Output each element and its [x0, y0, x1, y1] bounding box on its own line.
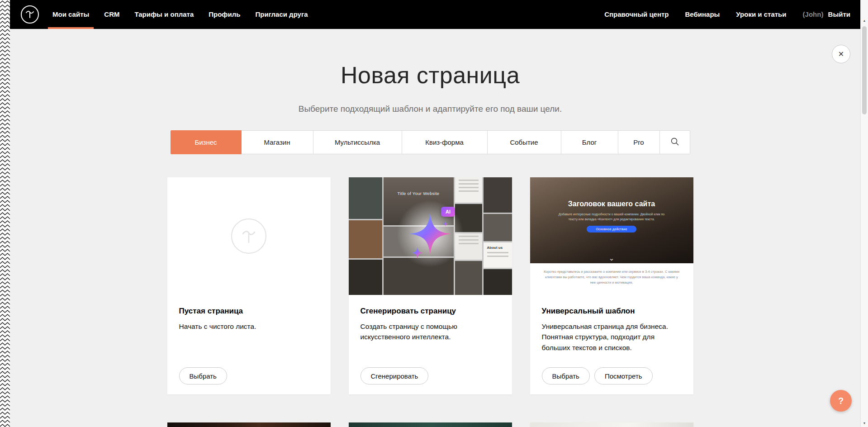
preview-body-section: Коротко представьтесь и расскажите о ком…	[530, 263, 693, 295]
logout-label: Выйти	[828, 10, 850, 18]
question-icon: ?	[838, 396, 844, 406]
collage-tile	[484, 214, 512, 241]
tab-pro[interactable]: Pro	[618, 130, 660, 154]
template-cards-row-2	[0, 422, 860, 427]
preview-hero: Заголовок вашего сайта Добавьте интересн…	[530, 177, 693, 263]
scrollbar-thumb[interactable]	[862, 26, 867, 114]
collage-tile	[484, 177, 512, 213]
tab-business[interactable]: Бизнес	[171, 130, 242, 154]
nav-item-tariffs[interactable]: Тарифы и оплата	[134, 0, 194, 29]
chevron-down-icon: ⌄	[530, 254, 693, 262]
about-us-label: About us	[487, 246, 512, 250]
scroll-up-arrow[interactable]: ▲	[861, 19, 868, 22]
card-description: Начать с чистого листа.	[179, 321, 319, 332]
select-button[interactable]: Выбрать	[179, 367, 227, 384]
card-info: Универсальный шаблон Универсальная стран…	[530, 295, 693, 394]
ai-badge: AI	[441, 207, 455, 217]
zigzag-edge-decoration	[0, 0, 10, 427]
help-button[interactable]: ?	[830, 390, 852, 412]
template-category-tabs: Бизнес Магазин Мультиссылка Квиз-форма С…	[0, 130, 860, 154]
card-actions: Выбрать Посмотреть	[542, 367, 682, 384]
generate-button[interactable]: Сгенерировать	[360, 367, 429, 384]
template-card-partial[interactable]	[167, 422, 331, 427]
navbar-right-group: Справочный центр Вебинары Уроки и статьи…	[588, 0, 850, 29]
page-subtitle: Выберите подходящий шаблон и адаптируйте…	[0, 104, 860, 114]
template-card-partial[interactable]	[349, 422, 512, 427]
preview-hero-title: Заголовок вашего сайта	[530, 177, 693, 208]
template-card-blank: Пустая страница Начать с чистого листа. …	[167, 177, 331, 394]
close-button[interactable]: ✕	[832, 45, 850, 63]
preview-body-text: Коротко представьтесь и расскажите о ком…	[544, 269, 679, 285]
template-card-partial[interactable]	[530, 422, 693, 427]
ai-collage-preview: Title of Your Website About us	[349, 177, 512, 295]
nav-user-logout[interactable]: (John) Выйти	[803, 0, 850, 29]
page-title: Новая страница	[0, 29, 860, 89]
search-icon	[670, 137, 679, 147]
collage-tile	[349, 177, 382, 219]
template-cards-row: Пустая страница Начать с чистого листа. …	[0, 177, 860, 394]
scroll-down-arrow[interactable]: ▼	[861, 422, 868, 425]
close-icon: ✕	[838, 50, 844, 58]
template-card-ai-generate: Title of Your Website About us	[349, 177, 512, 394]
tilda-t-icon	[25, 9, 35, 20]
card-info: Пустая страница Начать с чистого листа. …	[167, 295, 331, 394]
blank-preview	[167, 177, 331, 295]
nav-item-profile[interactable]: Профиль	[209, 0, 240, 29]
card-info: Сгенерировать страницу Создать страницу …	[349, 295, 512, 394]
collage-tile	[349, 260, 382, 295]
user-name: (John)	[803, 10, 824, 18]
card-title: Пустая страница	[179, 307, 319, 316]
tab-multilink[interactable]: Мультиссылка	[313, 130, 402, 154]
tilda-watermark-icon	[231, 218, 266, 254]
collage-tile	[484, 269, 512, 295]
universal-template-preview: Заголовок вашего сайта Добавьте интересн…	[530, 177, 693, 295]
tilda-logo[interactable]	[21, 5, 39, 24]
select-button[interactable]: Выбрать	[542, 367, 590, 384]
tab-search[interactable]	[659, 130, 690, 154]
card-actions: Выбрать	[179, 367, 319, 384]
nav-item-crm[interactable]: CRM	[104, 0, 119, 29]
tab-event[interactable]: Событие	[487, 130, 561, 154]
new-page-dialog: ✕ Новая страница Выберите подходящий шаб…	[0, 29, 860, 427]
preview-cta-button: Основное действие	[587, 226, 636, 232]
card-description: Универсальная страница для бизнеса. Поня…	[542, 321, 682, 353]
nav-item-invite-friend[interactable]: Пригласи друга	[255, 0, 308, 29]
tab-shop[interactable]: Магазин	[241, 130, 313, 154]
preview-button[interactable]: Посмотреть	[594, 367, 653, 384]
collage-tile-about: About us	[484, 242, 512, 268]
card-title: Универсальный шаблон	[542, 307, 682, 316]
tab-quiz-form[interactable]: Квиз-форма	[402, 130, 488, 154]
scrollbar[interactable]: ▲ ▼	[860, 0, 868, 427]
nav-item-help-center[interactable]: Справочный центр	[604, 0, 669, 29]
card-description: Создать страницу с помощью искусственног…	[360, 321, 500, 342]
nav-item-my-sites[interactable]: Мои сайты	[52, 0, 89, 29]
tab-blog[interactable]: Блог	[561, 130, 618, 154]
template-card-universal: Заголовок вашего сайта Добавьте интересн…	[530, 177, 693, 394]
card-actions: Сгенерировать	[360, 367, 500, 384]
nav-item-webinars[interactable]: Вебинары	[685, 0, 720, 29]
preview-hero-text: Добавьте интересные подробности о вашей …	[558, 212, 665, 222]
nav-item-lessons[interactable]: Уроки и статьи	[736, 0, 786, 29]
top-navbar: Мои сайты CRM Тарифы и оплата Профиль Пр…	[0, 0, 860, 29]
collage-tile	[349, 220, 382, 258]
mini-site-title: Title of Your Website	[384, 191, 454, 196]
card-title: Сгенерировать страницу	[360, 307, 500, 316]
